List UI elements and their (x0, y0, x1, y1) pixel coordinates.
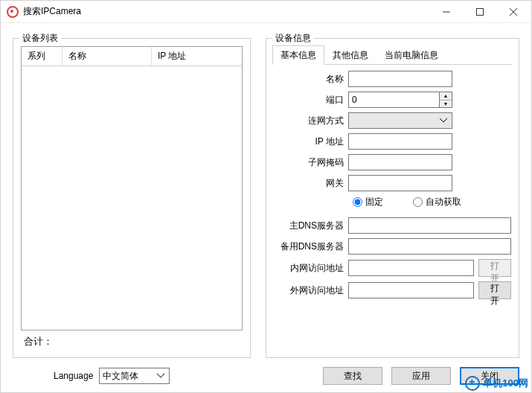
spin-down-icon[interactable]: ▼ (440, 100, 452, 108)
device-info-group: 设备信息 基本信息 其他信息 当前电脑信息 名称 端口 (266, 38, 519, 358)
label-gateway: 网关 (274, 177, 348, 190)
label-external-url: 外网访问地址 (274, 284, 348, 297)
table-header: 系列 名称 IP 地址 (22, 47, 242, 66)
svg-rect-1 (476, 8, 483, 15)
device-info-legend: 设备信息 (272, 32, 314, 45)
maximize-button[interactable] (463, 1, 496, 22)
col-series[interactable]: 系列 (22, 47, 63, 66)
app-window: 搜索IPCamera 设备列表 系列 名称 IP 地址 (0, 0, 532, 393)
tab-pc[interactable]: 当前电脑信息 (376, 45, 446, 65)
label-primary-dns: 主DNS服务器 (274, 220, 348, 232)
label-backup-dns: 备用DNS服务器 (274, 240, 348, 253)
radio-fixed-item[interactable]: 固定 (353, 196, 383, 208)
label-name: 名称 (274, 73, 348, 86)
radio-auto-item[interactable]: 自动获取 (413, 196, 461, 208)
titlebar: 搜索IPCamera (1, 1, 531, 23)
device-list-legend: 设备列表 (19, 32, 61, 45)
input-gateway[interactable] (348, 175, 452, 191)
minimize-button[interactable] (429, 1, 463, 22)
input-internal-url[interactable] (348, 260, 474, 276)
info-tabs: 基本信息 其他信息 当前电脑信息 (272, 45, 513, 65)
label-port: 端口 (274, 94, 348, 106)
tab-other[interactable]: 其他信息 (324, 45, 376, 65)
input-name[interactable] (348, 71, 452, 87)
watermark-icon (465, 376, 480, 391)
close-button[interactable] (496, 1, 530, 22)
app-icon (7, 6, 19, 18)
radio-fixed[interactable] (353, 197, 362, 207)
open-internal-button[interactable]: 打开 (478, 259, 511, 277)
input-external-url[interactable] (348, 282, 474, 298)
radio-auto[interactable] (413, 197, 423, 207)
apply-button[interactable]: 应用 (391, 367, 451, 385)
label-internal-url: 内网访问地址 (274, 262, 348, 275)
input-primary-dns[interactable] (348, 217, 511, 234)
language-select[interactable]: 中文简体 (99, 368, 170, 384)
input-ip[interactable] (348, 133, 452, 150)
tab-basic[interactable]: 基本信息 (272, 45, 324, 65)
input-backup-dns[interactable] (348, 238, 511, 255)
label-ip: IP 地址 (274, 135, 348, 148)
col-name[interactable]: 名称 (63, 47, 152, 66)
label-conntype: 连网方式 (274, 115, 348, 127)
table-body[interactable] (22, 66, 242, 330)
watermark: 单机100网 (465, 376, 528, 391)
bottom-bar: Language 中文简体 查找 应用 关闭 (13, 358, 519, 385)
col-ip[interactable]: IP 地址 (152, 47, 242, 66)
device-table[interactable]: 系列 名称 IP 地址 (21, 46, 243, 330)
language-label: Language (54, 371, 93, 381)
search-button[interactable]: 查找 (323, 367, 382, 385)
input-port[interactable] (348, 92, 439, 108)
label-subnet: 子网掩码 (274, 156, 348, 169)
open-external-button[interactable]: 打开 (478, 281, 511, 299)
total-label: 合计： (21, 330, 243, 350)
window-title: 搜索IPCamera (23, 5, 429, 18)
device-list-group: 设备列表 系列 名称 IP 地址 合计： (13, 38, 251, 358)
input-subnet[interactable] (348, 154, 452, 170)
port-spinner[interactable]: ▲ ▼ (439, 92, 452, 108)
select-conntype[interactable] (348, 112, 452, 129)
spin-up-icon[interactable]: ▲ (440, 92, 452, 100)
